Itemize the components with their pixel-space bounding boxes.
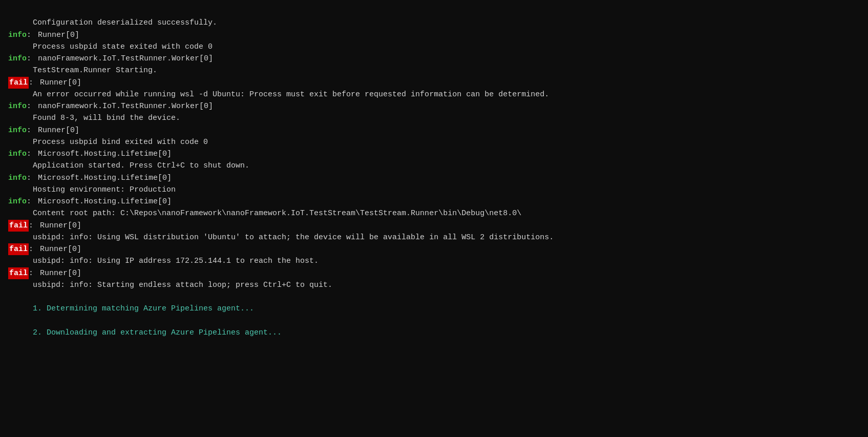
badge-fail: fail: [8, 77, 29, 89]
log-indent-text: Configuration deserialized successfully.: [8, 17, 860, 29]
log-indent-text: An error occurred while running wsl -d U…: [8, 89, 860, 100]
log-line: info: Runner[0]: [8, 124, 860, 136]
log-label: Microsoft.Hosting.Lifetime[0]: [38, 148, 172, 160]
log-cyan-text: 2. Downloading and extracting Azure Pipe…: [8, 327, 860, 339]
log-label: Runner[0]: [38, 29, 79, 41]
log-label: Runner[0]: [40, 267, 81, 279]
badge-info: info: [8, 172, 27, 184]
badge-fail: fail: [8, 243, 29, 255]
log-line: fail: Runner[0]: [8, 267, 860, 279]
log-line: info: nanoFramework.IoT.TestRunner.Worke…: [8, 53, 860, 65]
terminal-output: Configuration deserialized successfully.…: [8, 5, 860, 339]
log-line: fail: Runner[0]: [8, 220, 860, 232]
log-line: info: Microsoft.Hosting.Lifetime[0]: [8, 148, 860, 160]
log-line: fail: Runner[0]: [8, 243, 860, 255]
badge-fail: fail: [8, 220, 29, 232]
log-label: Microsoft.Hosting.Lifetime[0]: [38, 196, 172, 207]
badge-fail: fail: [8, 267, 29, 279]
log-indent-text: Process usbpid state exited with code 0: [8, 41, 860, 53]
log-indent-text: Application started. Press Ctrl+C to shu…: [8, 160, 860, 172]
log-line: info: nanoFramework.IoT.TestRunner.Worke…: [8, 100, 860, 112]
log-indent-text: TestStream.Runner Starting.: [8, 65, 860, 76]
log-label: nanoFramework.IoT.TestRunner.Worker[0]: [38, 100, 213, 112]
log-line: info: Microsoft.Hosting.Lifetime[0]: [8, 172, 860, 184]
log-label: Runner[0]: [38, 124, 79, 136]
log-indent-text: usbipd: info: Using WSL distribution 'Ub…: [8, 232, 860, 243]
log-line: info: Microsoft.Hosting.Lifetime[0]: [8, 196, 860, 207]
log-label: Runner[0]: [40, 243, 81, 255]
log-line: info: Runner[0]: [8, 29, 860, 41]
log-label: nanoFramework.IoT.TestRunner.Worker[0]: [38, 53, 213, 65]
log-cyan-text: 1. Determining matching Azure Pipelines …: [8, 303, 860, 315]
badge-info: info: [8, 196, 27, 207]
badge-info: info: [8, 53, 27, 65]
log-indent-text: Hosting environment: Production: [8, 184, 860, 196]
badge-info: info: [8, 29, 27, 41]
log-indent-text: usbipd: info: Starting endless attach lo…: [8, 279, 860, 291]
blank-line: [8, 315, 860, 327]
log-line: fail: Runner[0]: [8, 77, 860, 89]
log-label: Runner[0]: [40, 220, 81, 232]
log-indent-text: usbipd: info: Using IP address 172.25.14…: [8, 255, 860, 267]
log-indent-text: Content root path: C:\Repos\nanoFramewor…: [8, 207, 860, 219]
badge-info: info: [8, 148, 27, 160]
log-label: Microsoft.Hosting.Lifetime[0]: [38, 172, 172, 184]
log-indent-text: Found 8-3, will bind the device.: [8, 112, 860, 124]
log-indent-text: Process usbpid bind exited with code 0: [8, 136, 860, 148]
badge-info: info: [8, 124, 27, 136]
badge-info: info: [8, 100, 27, 112]
log-label: Runner[0]: [40, 77, 81, 89]
blank-line: [8, 291, 860, 303]
